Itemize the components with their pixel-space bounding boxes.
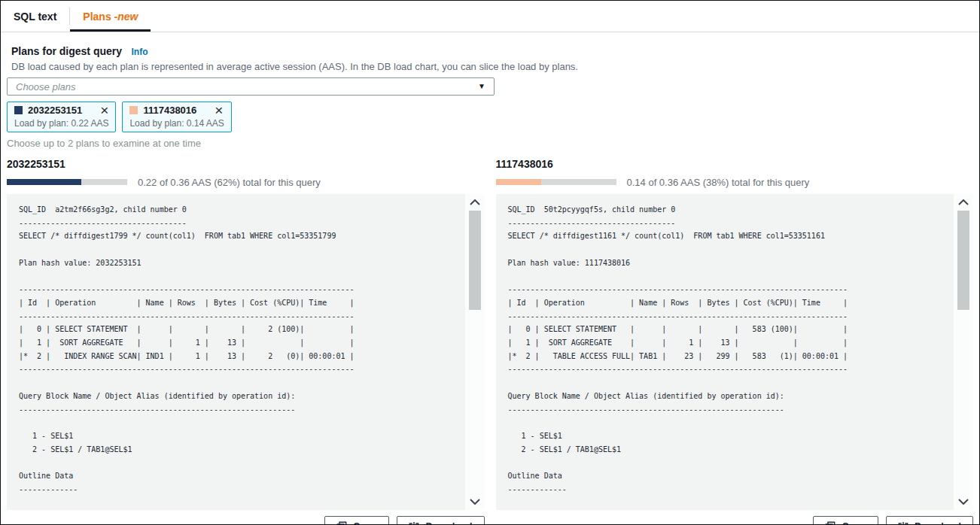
scroll-thumb[interactable] — [469, 211, 481, 310]
plan-panels: 2032253151 0.22 of 0.36 AAS (62%) total … — [7, 158, 973, 525]
chevron-down-icon: ▼ — [478, 83, 485, 90]
copy-button[interactable]: Copy — [324, 516, 390, 525]
load-bar-fill — [496, 179, 542, 185]
plan-load-label: Load by plan: 0.14 AAS — [129, 118, 224, 129]
download-button[interactable]: Download — [397, 516, 484, 525]
copy-icon — [825, 521, 835, 525]
tab-sql-text[interactable]: SQL text — [1, 1, 69, 32]
load-stat: 0.22 of 0.36 AAS (62%) total for this qu… — [138, 177, 321, 188]
page-title: Plans for digest query — [11, 45, 122, 57]
tab-sql-text-label: SQL text — [14, 11, 56, 23]
panel-title: 2032253151 — [7, 158, 485, 170]
plan-id: 2032253151 — [28, 105, 82, 116]
plan-code-box[interactable]: SQL_ID 50t2pcyygqf5s, child number 0 ---… — [496, 194, 974, 510]
plan-token: 2032253151 × Load by plan: 0.22 AAS — [7, 102, 116, 132]
copy-button[interactable]: Copy — [813, 516, 878, 525]
scrollbar — [465, 194, 485, 510]
download-icon — [898, 521, 908, 525]
download-icon — [409, 521, 419, 525]
plans-select-placeholder: Choose plans — [16, 81, 478, 93]
download-button[interactable]: Download — [886, 516, 973, 525]
helper-text: Choose up to 2 plans to examine at one t… — [7, 138, 973, 149]
download-button-label: Download — [425, 520, 472, 525]
scroll-thumb[interactable] — [957, 211, 969, 310]
plan-color-swatch — [14, 106, 23, 114]
info-link[interactable]: Info — [132, 47, 148, 57]
close-icon[interactable]: × — [100, 106, 108, 114]
plan-code-box[interactable]: SQL_ID a2tm2f66sg3g2, child number 0 ---… — [7, 194, 485, 510]
tab-bar: SQL text Plans - new — [1, 1, 979, 32]
plan-code: SQL_ID 50t2pcyygqf5s, child number 0 ---… — [496, 194, 974, 510]
plan-load-label: Load by plan: 0.22 AAS — [14, 118, 108, 129]
content-area: Plans for digest query Info DB load caus… — [1, 32, 979, 525]
selected-plan-tokens: 2032253151 × Load by plan: 0.22 AAS 1117… — [7, 102, 973, 132]
close-icon[interactable]: × — [215, 106, 223, 114]
scroll-down-icon[interactable] — [470, 493, 480, 510]
plan-code: SQL_ID a2tm2f66sg3g2, child number 0 ---… — [7, 194, 485, 510]
load-bar — [496, 179, 616, 185]
page-description: DB load caused by each plan is represent… — [7, 61, 973, 72]
copy-button-label: Copy — [353, 520, 378, 525]
scroll-up-icon[interactable] — [470, 194, 480, 211]
copy-button-label: Copy — [842, 520, 866, 525]
tab-plans-new[interactable]: Plans - new — [70, 1, 151, 32]
plans-select[interactable]: Choose plans ▼ — [7, 77, 495, 96]
plans-window: SQL text Plans - new Plans for digest qu… — [0, 0, 980, 525]
plan-color-swatch — [129, 106, 138, 114]
plan-id: 1117438016 — [143, 105, 196, 116]
load-stat: 0.14 of 0.36 AAS (38%) total for this qu… — [627, 177, 810, 188]
plan-token: 1117438016 × Load by plan: 0.14 AAS — [122, 102, 231, 132]
download-button-label: Download — [915, 520, 961, 525]
plan-panel-left: 2032253151 0.22 of 0.36 AAS (62%) total … — [7, 158, 485, 525]
copy-icon — [336, 521, 347, 525]
load-bar — [7, 179, 127, 185]
tab-plans-label: Plans - — [83, 11, 117, 23]
panel-title: 1117438016 — [496, 158, 974, 170]
scrollbar — [954, 194, 973, 510]
tab-plans-new-badge: new — [117, 11, 138, 23]
load-bar-fill — [7, 179, 81, 185]
plan-panel-right: 1117438016 0.14 of 0.36 AAS (38%) total … — [496, 158, 974, 525]
scroll-down-icon[interactable] — [958, 493, 969, 510]
scroll-up-icon[interactable] — [958, 194, 969, 211]
